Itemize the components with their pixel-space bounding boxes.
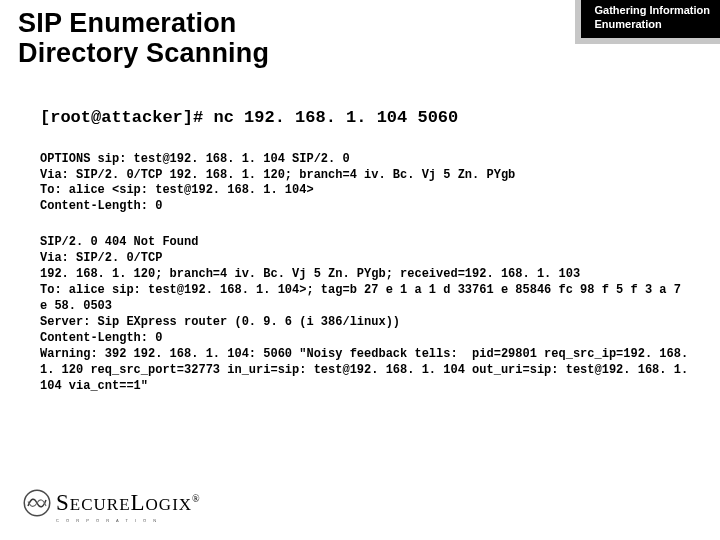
slide-title: SIP Enumeration Directory Scanning — [18, 8, 269, 68]
header-line2: Enumeration — [595, 18, 662, 30]
title-line1: SIP Enumeration — [18, 8, 237, 38]
logo-mark-icon — [22, 488, 52, 518]
logo-text: SECURELOGIX® — [56, 490, 201, 516]
sip-response-block: SIP/2. 0 404 Not Found Via: SIP/2. 0/TCP… — [40, 235, 690, 395]
logo-subtext: C O R P O R A T I O N — [56, 518, 159, 523]
sip-request-block: OPTIONS sip: test@192. 168. 1. 104 SIP/2… — [40, 152, 515, 214]
securelogix-logo: SECURELOGIX® C O R P O R A T I O N — [22, 488, 201, 518]
header-category-tab: Gathering Information Enumeration — [581, 0, 721, 38]
title-line2: Directory Scanning — [18, 38, 269, 68]
command-line: [root@attacker]# nc 192. 168. 1. 104 506… — [40, 108, 458, 127]
header-line1: Gathering Information — [595, 4, 711, 16]
